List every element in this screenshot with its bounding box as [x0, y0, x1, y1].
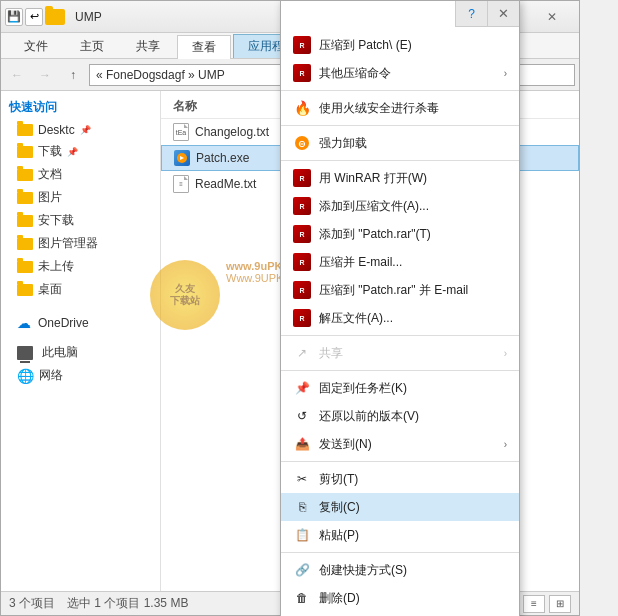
pin-icon: 📌: [293, 379, 311, 397]
copy-icon: ⎘: [293, 498, 311, 516]
ctx-item-send-to[interactable]: 📤 发送到(N) ›: [281, 430, 519, 458]
sidebar-quick-access-header[interactable]: 快速访问: [1, 95, 160, 120]
folder-icon: [17, 169, 33, 181]
rar-icon: R: [293, 197, 311, 215]
fire-icon: 🔥: [293, 99, 311, 117]
ctx-item-antivirus[interactable]: 🔥 使用火绒安全进行杀毒: [281, 94, 519, 122]
ctx-item-create-shortcut[interactable]: 🔗 创建快捷方式(S): [281, 556, 519, 584]
rar-icon: R: [293, 36, 311, 54]
title-bar-icons: 💾 ↩: [5, 8, 69, 26]
ctx-item-add-archive[interactable]: R 添加到压缩文件(A)...: [281, 192, 519, 220]
file-name: Changelog.txt: [195, 125, 269, 139]
tab-file[interactable]: 文件: [9, 34, 63, 58]
ctx-label: 删除(D): [319, 590, 360, 607]
ctx-item-rename[interactable]: ✏ 重命名(M): [281, 612, 519, 616]
ctx-label: 强力卸载: [319, 135, 367, 152]
arrow-right-icon: ›: [504, 348, 507, 359]
undo-icon[interactable]: ↩: [25, 8, 43, 26]
ctx-item-cut[interactable]: ✂ 剪切(T): [281, 465, 519, 493]
sidebar-item-label: 安下载: [38, 212, 74, 229]
folder-icon: [17, 192, 33, 204]
save-icon[interactable]: 💾: [5, 8, 23, 26]
txt-icon: ≡: [173, 175, 189, 193]
close-button[interactable]: ✕: [529, 1, 575, 33]
ctx-label: 发送到(N): [319, 436, 372, 453]
share-icon: ↗: [293, 344, 311, 362]
ctx-item-open-winrar[interactable]: R 用 WinRAR 打开(W): [281, 164, 519, 192]
folder-icon: [17, 215, 33, 227]
delete-icon: 🗑: [293, 589, 311, 607]
sidebar-item-desktop2[interactable]: 桌面: [1, 278, 160, 301]
ctx-label: 用 WinRAR 打开(W): [319, 170, 427, 187]
sidebar-quick-access-group: Desktc 📌 下载 📌 文档 图片 安下: [1, 120, 160, 301]
sidebar-item-label: 此电脑: [42, 344, 78, 361]
ctx-item-pin-taskbar[interactable]: 📌 固定到任务栏(K): [281, 374, 519, 402]
folder-icon: [17, 238, 33, 250]
rar-icon: R: [293, 64, 311, 82]
folder-icon: [17, 261, 33, 273]
sidebar-item-label: 网络: [39, 367, 63, 384]
paste-icon: 📋: [293, 526, 311, 544]
sidebar-item-notuploaded[interactable]: 未上传: [1, 255, 160, 278]
sidebar-item-pictures[interactable]: 图片: [1, 186, 160, 209]
ctx-item-restore-previous[interactable]: ↺ 还原以前的版本(V): [281, 402, 519, 430]
ctx-item-delete[interactable]: 🗑 删除(D): [281, 584, 519, 612]
sidebar-item-label: Desktc: [38, 123, 75, 137]
sidebar-item-network[interactable]: 🌐 网络: [1, 364, 160, 387]
ctx-separator: [281, 552, 519, 553]
ctx-item-compress-patchrar-email[interactable]: R 压缩到 "Patch.rar" 并 E-mail: [281, 276, 519, 304]
forward-button[interactable]: →: [33, 63, 57, 87]
sidebar-item-label: 下载: [38, 143, 62, 160]
sidebar-item-label: 文档: [38, 166, 62, 183]
ctx-label: 压缩到 Patch\ (E): [319, 37, 412, 54]
rar-icon: R: [293, 281, 311, 299]
tab-home[interactable]: 主页: [65, 34, 119, 58]
ctx-item-extract-patch[interactable]: R 压缩到 Patch\ (E): [281, 31, 519, 59]
tab-view[interactable]: 查看: [177, 35, 231, 59]
sidebar-item-desktop[interactable]: Desktc 📌: [1, 120, 160, 140]
ctx-label: 其他压缩命令: [319, 65, 391, 82]
exe-icon: [174, 150, 190, 166]
sidebar-item-onedrive[interactable]: ☁ OneDrive: [1, 313, 160, 333]
cut-icon: ✂: [293, 470, 311, 488]
sidebar-item-thispc[interactable]: 此电脑: [1, 341, 160, 364]
sidebar-item-label: 未上传: [38, 258, 74, 275]
file-name: ReadMe.txt: [195, 177, 256, 191]
ctx-item-other-compress[interactable]: R 其他压缩命令 ›: [281, 59, 519, 87]
ctx-item-copy[interactable]: ⎘ 复制(C): [281, 493, 519, 521]
ctx-label: 剪切(T): [319, 471, 358, 488]
context-menu: ✕ ? R 压缩到 Patch\ (E) R 其他压缩命令 › 🔥 使用火绒安全…: [280, 0, 520, 616]
network-icon: 🌐: [17, 368, 34, 384]
ctx-label: 压缩并 E-mail...: [319, 254, 402, 271]
sidebar-item-label: 桌面: [38, 281, 62, 298]
folder-icon: [17, 124, 33, 136]
shortcut-icon: 🔗: [293, 561, 311, 579]
ctx-item-compress-email[interactable]: R 压缩并 E-mail...: [281, 248, 519, 276]
ctx-item-paste[interactable]: 📋 粘贴(P): [281, 521, 519, 549]
context-help-button[interactable]: ?: [455, 1, 487, 27]
tab-share[interactable]: 共享: [121, 34, 175, 58]
ctx-label: 共享: [319, 345, 343, 362]
ctx-separator: [281, 461, 519, 462]
list-view-button[interactable]: ≡: [523, 595, 545, 613]
ctx-item-extract-here[interactable]: R 解压文件(A)...: [281, 304, 519, 332]
back-button[interactable]: ←: [5, 63, 29, 87]
ctx-label: 固定到任务栏(K): [319, 380, 407, 397]
rar-icon: R: [293, 225, 311, 243]
status-selected: 选中 1 个项目 1.35 MB: [67, 595, 188, 612]
ctx-separator: [281, 90, 519, 91]
sidebar-item-downloads[interactable]: 下载 📌: [1, 140, 160, 163]
sidebar-item-andownload[interactable]: 安下载: [1, 209, 160, 232]
grid-view-button[interactable]: ⊞: [549, 595, 571, 613]
up-button[interactable]: ↑: [61, 63, 85, 87]
sidebar-item-documents[interactable]: 文档: [1, 163, 160, 186]
pc-icon: [17, 346, 33, 360]
ctx-item-force-uninstall[interactable]: ⊝ 强力卸载: [281, 129, 519, 157]
sidebar-item-picmanager[interactable]: 图片管理器: [1, 232, 160, 255]
ctx-separator: [281, 370, 519, 371]
context-close-button[interactable]: ✕: [487, 1, 519, 27]
ctx-label: 解压文件(A)...: [319, 310, 393, 327]
folder-icon: [17, 146, 33, 158]
ctx-item-add-to-patch-rar[interactable]: R 添加到 "Patch.rar"(T): [281, 220, 519, 248]
txt-icon: tEa: [173, 123, 189, 141]
